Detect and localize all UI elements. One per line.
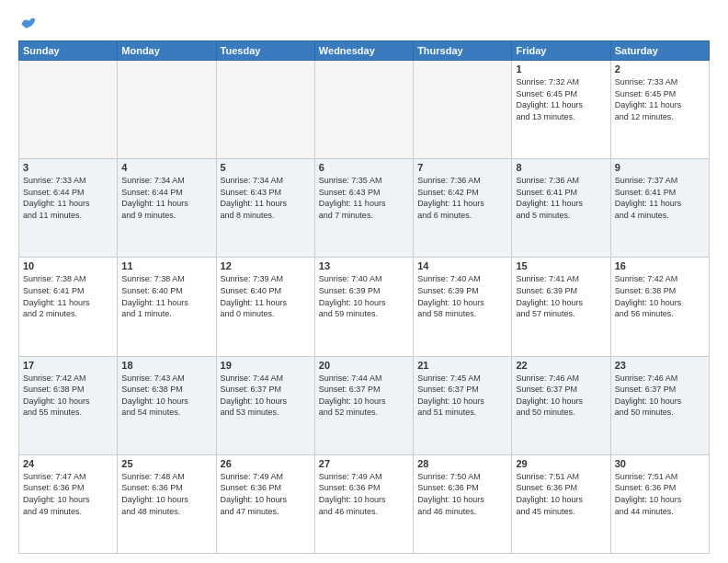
- day-number: 26: [221, 458, 311, 469]
- day-cell: 9Sunrise: 7:37 AM Sunset: 6:41 PM Daylig…: [610, 159, 709, 258]
- day-info: Sunrise: 7:48 AM Sunset: 6:36 PM Dayligh…: [121, 471, 211, 517]
- day-cell: [118, 61, 216, 159]
- week-row-0: 1Sunrise: 7:32 AM Sunset: 6:45 PM Daylig…: [19, 61, 710, 159]
- day-number: 12: [221, 260, 311, 271]
- week-row-2: 10Sunrise: 7:38 AM Sunset: 6:41 PM Dayli…: [19, 258, 710, 356]
- page: SundayMondayTuesdayWednesdayThursdayFrid…: [0, 0, 728, 563]
- day-number: 28: [417, 458, 507, 469]
- day-info: Sunrise: 7:40 AM Sunset: 6:39 PM Dayligh…: [417, 273, 507, 319]
- day-number: 11: [121, 260, 211, 271]
- day-number: 27: [319, 458, 409, 469]
- day-cell: 24Sunrise: 7:47 AM Sunset: 6:36 PM Dayli…: [19, 454, 118, 553]
- day-cell: 1Sunrise: 7:32 AM Sunset: 6:45 PM Daylig…: [512, 61, 610, 159]
- day-number: 17: [23, 360, 113, 371]
- day-number: 7: [417, 162, 507, 173]
- day-cell: 28Sunrise: 7:50 AM Sunset: 6:36 PM Dayli…: [414, 454, 512, 553]
- day-info: Sunrise: 7:35 AM Sunset: 6:43 PM Dayligh…: [319, 175, 409, 221]
- day-cell: 12Sunrise: 7:39 AM Sunset: 6:40 PM Dayli…: [216, 258, 314, 356]
- day-info: Sunrise: 7:51 AM Sunset: 6:36 PM Dayligh…: [615, 471, 705, 517]
- day-cell: 3Sunrise: 7:33 AM Sunset: 6:44 PM Daylig…: [19, 159, 118, 258]
- day-number: 24: [23, 458, 113, 469]
- day-number: 22: [516, 360, 606, 371]
- day-number: 1: [516, 63, 606, 75]
- calendar-table: SundayMondayTuesdayWednesdayThursdayFrid…: [18, 40, 710, 554]
- day-number: 4: [121, 162, 211, 173]
- day-info: Sunrise: 7:34 AM Sunset: 6:44 PM Dayligh…: [121, 175, 211, 221]
- day-cell: [414, 61, 512, 159]
- day-cell: 8Sunrise: 7:36 AM Sunset: 6:41 PM Daylig…: [512, 159, 610, 258]
- day-info: Sunrise: 7:43 AM Sunset: 6:38 PM Dayligh…: [121, 373, 211, 419]
- day-number: 21: [417, 360, 507, 371]
- day-info: Sunrise: 7:33 AM Sunset: 6:45 PM Dayligh…: [615, 76, 705, 122]
- day-cell: 18Sunrise: 7:43 AM Sunset: 6:38 PM Dayli…: [118, 356, 216, 454]
- day-number: 5: [221, 162, 311, 173]
- day-cell: [216, 61, 314, 159]
- day-info: Sunrise: 7:44 AM Sunset: 6:37 PM Dayligh…: [221, 373, 311, 419]
- day-info: Sunrise: 7:42 AM Sunset: 6:38 PM Dayligh…: [23, 373, 113, 419]
- day-info: Sunrise: 7:46 AM Sunset: 6:37 PM Dayligh…: [615, 373, 705, 419]
- day-info: Sunrise: 7:38 AM Sunset: 6:40 PM Dayligh…: [121, 273, 211, 319]
- day-info: Sunrise: 7:49 AM Sunset: 6:36 PM Dayligh…: [221, 471, 311, 517]
- day-info: Sunrise: 7:46 AM Sunset: 6:37 PM Dayligh…: [516, 373, 606, 419]
- header-friday: Friday: [512, 41, 610, 61]
- day-cell: 15Sunrise: 7:41 AM Sunset: 6:39 PM Dayli…: [512, 258, 610, 356]
- day-cell: 21Sunrise: 7:45 AM Sunset: 6:37 PM Dayli…: [414, 356, 512, 454]
- day-info: Sunrise: 7:32 AM Sunset: 6:45 PM Dayligh…: [516, 76, 606, 122]
- day-number: 6: [319, 162, 409, 173]
- day-cell: [314, 61, 413, 159]
- day-number: 29: [516, 458, 606, 469]
- week-row-3: 17Sunrise: 7:42 AM Sunset: 6:38 PM Dayli…: [19, 356, 710, 454]
- day-info: Sunrise: 7:33 AM Sunset: 6:44 PM Dayligh…: [23, 175, 113, 221]
- day-cell: 23Sunrise: 7:46 AM Sunset: 6:37 PM Dayli…: [610, 356, 709, 454]
- header-sunday: Sunday: [19, 41, 118, 61]
- header-saturday: Saturday: [610, 41, 709, 61]
- day-cell: 10Sunrise: 7:38 AM Sunset: 6:41 PM Dayli…: [19, 258, 118, 356]
- day-cell: 27Sunrise: 7:49 AM Sunset: 6:36 PM Dayli…: [314, 454, 413, 553]
- week-row-4: 24Sunrise: 7:47 AM Sunset: 6:36 PM Dayli…: [19, 454, 710, 553]
- day-number: 9: [615, 162, 705, 173]
- day-info: Sunrise: 7:41 AM Sunset: 6:39 PM Dayligh…: [516, 273, 606, 319]
- day-number: 16: [615, 260, 705, 271]
- day-cell: 2Sunrise: 7:33 AM Sunset: 6:45 PM Daylig…: [610, 61, 709, 159]
- day-number: 3: [23, 162, 113, 173]
- day-cell: 4Sunrise: 7:34 AM Sunset: 6:44 PM Daylig…: [118, 159, 216, 258]
- week-row-1: 3Sunrise: 7:33 AM Sunset: 6:44 PM Daylig…: [19, 159, 710, 258]
- day-number: 19: [221, 360, 311, 371]
- day-number: 14: [417, 260, 507, 271]
- day-number: 15: [516, 260, 606, 271]
- day-number: 30: [615, 458, 705, 469]
- day-info: Sunrise: 7:45 AM Sunset: 6:37 PM Dayligh…: [417, 373, 507, 419]
- header-thursday: Thursday: [414, 41, 512, 61]
- day-cell: 26Sunrise: 7:49 AM Sunset: 6:36 PM Dayli…: [216, 454, 314, 553]
- day-info: Sunrise: 7:42 AM Sunset: 6:38 PM Dayligh…: [615, 273, 705, 319]
- day-cell: 25Sunrise: 7:48 AM Sunset: 6:36 PM Dayli…: [118, 454, 216, 553]
- day-number: 20: [319, 360, 409, 371]
- header: [18, 15, 710, 33]
- day-cell: 5Sunrise: 7:34 AM Sunset: 6:43 PM Daylig…: [216, 159, 314, 258]
- day-cell: [19, 61, 118, 159]
- day-number: 8: [516, 162, 606, 173]
- day-number: 2: [615, 63, 705, 75]
- logo: [18, 15, 39, 33]
- day-cell: 20Sunrise: 7:44 AM Sunset: 6:37 PM Dayli…: [314, 356, 413, 454]
- day-cell: 13Sunrise: 7:40 AM Sunset: 6:39 PM Dayli…: [314, 258, 413, 356]
- day-info: Sunrise: 7:38 AM Sunset: 6:41 PM Dayligh…: [23, 273, 113, 319]
- day-cell: 19Sunrise: 7:44 AM Sunset: 6:37 PM Dayli…: [216, 356, 314, 454]
- day-info: Sunrise: 7:36 AM Sunset: 6:42 PM Dayligh…: [417, 175, 507, 221]
- day-info: Sunrise: 7:50 AM Sunset: 6:36 PM Dayligh…: [417, 471, 507, 517]
- day-number: 23: [615, 360, 705, 371]
- day-info: Sunrise: 7:44 AM Sunset: 6:37 PM Dayligh…: [319, 373, 409, 419]
- header-wednesday: Wednesday: [314, 41, 413, 61]
- day-cell: 16Sunrise: 7:42 AM Sunset: 6:38 PM Dayli…: [610, 258, 709, 356]
- calendar-header-row: SundayMondayTuesdayWednesdayThursdayFrid…: [19, 41, 710, 61]
- day-info: Sunrise: 7:49 AM Sunset: 6:36 PM Dayligh…: [319, 471, 409, 517]
- day-info: Sunrise: 7:47 AM Sunset: 6:36 PM Dayligh…: [23, 471, 113, 517]
- day-cell: 7Sunrise: 7:36 AM Sunset: 6:42 PM Daylig…: [414, 159, 512, 258]
- day-cell: 29Sunrise: 7:51 AM Sunset: 6:36 PM Dayli…: [512, 454, 610, 553]
- day-info: Sunrise: 7:40 AM Sunset: 6:39 PM Dayligh…: [319, 273, 409, 319]
- day-number: 10: [23, 260, 113, 271]
- day-cell: 11Sunrise: 7:38 AM Sunset: 6:40 PM Dayli…: [118, 258, 216, 356]
- day-cell: 17Sunrise: 7:42 AM Sunset: 6:38 PM Dayli…: [19, 356, 118, 454]
- header-monday: Monday: [118, 41, 216, 61]
- header-tuesday: Tuesday: [216, 41, 314, 61]
